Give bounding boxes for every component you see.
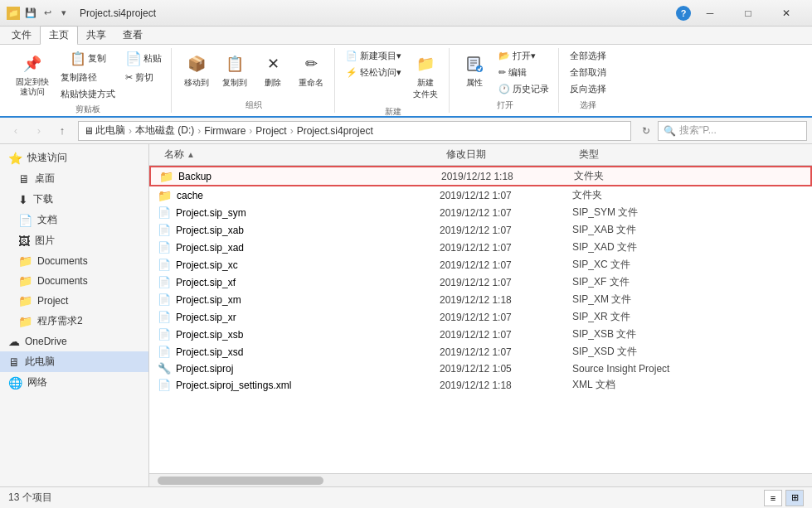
minimize-button[interactable]: ─ xyxy=(691,0,729,27)
file-type: 文件夹 xyxy=(574,169,802,183)
breadcrumb-disk[interactable]: 本地磁盘 (D:) xyxy=(135,123,194,138)
history-button[interactable]: 🕐 历史记录 xyxy=(494,81,553,97)
select-none-button[interactable]: 全部取消 xyxy=(566,65,610,80)
file-row[interactable]: 📄 Project.sip_xsb 2019/12/12 1:07 SIP_XS… xyxy=(149,326,812,343)
new-item-button[interactable]: 📄 新建项目▾ xyxy=(342,48,406,64)
copy-to-button[interactable]: 📋 复制到 xyxy=(216,48,253,93)
main-area: ⭐ 快速访问 🖥 桌面 ⬇ 下载 📄 文档 🖼 图片 📁 Documents 📁… xyxy=(0,144,812,486)
copy-path-button[interactable]: 复制路径 xyxy=(56,70,119,85)
menu-home[interactable]: 主页 xyxy=(40,26,78,45)
file-row[interactable]: 📄 Project.sip_xm 2019/12/12 1:18 SIP_XM … xyxy=(149,291,812,308)
folder-icon-docs2: 📁 xyxy=(18,274,32,288)
quick-save-btn[interactable]: 💾 xyxy=(23,6,38,21)
file-name: 📄 Project.sip_xm xyxy=(158,293,440,306)
file-name: 📁 Backup xyxy=(159,170,441,183)
file-row[interactable]: 📄 Project.sip_sym 2019/12/12 1:07 SIP_SY… xyxy=(149,204,812,221)
file-row[interactable]: 📄 Project.sip_xc 2019/12/12 1:07 SIP_XC … xyxy=(149,256,812,273)
refresh-button[interactable]: ↻ xyxy=(636,121,656,141)
cut-button[interactable]: ✂ 剪切 xyxy=(121,70,166,85)
sidebar-item-pictures[interactable]: 🖼 图片 xyxy=(0,230,148,251)
sidebar-item-thispc[interactable]: 🖥 此电脑 xyxy=(0,351,148,372)
copy-paste-col: 📋 复制 复制路径 粘贴快捷方式 xyxy=(56,48,119,102)
paste-col: 复制路径 粘贴快捷方式 xyxy=(56,70,119,102)
forward-button[interactable]: › xyxy=(28,121,50,141)
address-bar[interactable]: 🖥 此电脑 › 本地磁盘 (D:) › Firmware › Project ›… xyxy=(78,121,631,141)
menu-view[interactable]: 查看 xyxy=(114,27,151,44)
breadcrumb-project[interactable]: Project xyxy=(255,125,286,137)
file-name: 📁 cache xyxy=(158,189,440,202)
pin-to-quickaccess-button[interactable]: 📌 固定到快速访问 xyxy=(10,48,55,101)
folder-icon: 📁 xyxy=(159,170,173,183)
copy-button[interactable]: 📋 复制 xyxy=(56,48,119,69)
copyto-icon: 📋 xyxy=(223,52,246,75)
delete-button[interactable]: ✕ 删除 xyxy=(255,48,291,93)
quick-access-label: 快速访问 xyxy=(27,151,67,165)
select-all-button[interactable]: 全部选择 xyxy=(566,48,610,64)
open-label: 打开 xyxy=(456,98,553,113)
folder-icon-xuqiu: 📁 xyxy=(18,315,32,328)
maximize-button[interactable]: □ xyxy=(729,0,767,27)
sidebar-item-onedrive[interactable]: ☁ OneDrive xyxy=(0,331,148,351)
file-icon: 📄 xyxy=(158,259,171,271)
up-button[interactable]: ↑ xyxy=(51,121,73,141)
scrollbar-thumb[interactable] xyxy=(158,477,323,485)
sidebar-item-project[interactable]: 📁 Project xyxy=(0,291,148,311)
file-row[interactable]: 📄 Project.sip_xsd 2019/12/12 1:07 SIP_XS… xyxy=(149,343,812,360)
select-group: 全部选择 全部取消 反向选择 选择 xyxy=(561,48,615,113)
breadcrumb-firmware[interactable]: Firmware xyxy=(204,125,246,137)
file-row[interactable]: 📄 Project.sip_xr 2019/12/12 1:07 SIP_XR … xyxy=(149,308,812,326)
horizontal-scrollbar[interactable] xyxy=(149,473,812,486)
file-icon: 📄 xyxy=(158,293,171,306)
file-name: 📄 Project.sip_xsd xyxy=(158,346,440,358)
file-name: 📄 Project.sip_xc xyxy=(158,259,440,271)
file-row[interactable]: 📄 Project.sip_xab 2019/12/12 1:07 SIP_XA… xyxy=(149,221,812,239)
paste-button[interactable]: 📄 粘贴 xyxy=(121,48,166,69)
sidebar-item-documents[interactable]: 📄 文档 xyxy=(0,210,148,230)
back-button[interactable]: ‹ xyxy=(5,121,27,141)
file-date: 2019/12/12 1:07 xyxy=(440,207,572,219)
open-button[interactable]: 📂 打开▾ xyxy=(494,48,553,64)
column-name-header[interactable]: 名称 ▲ xyxy=(158,144,440,165)
breadcrumb-current[interactable]: Project.si4project xyxy=(297,125,373,137)
help-icon[interactable]: ? xyxy=(676,6,691,21)
move-to-button[interactable]: 📦 移动到 xyxy=(178,48,215,93)
column-type-header[interactable]: 类型 xyxy=(572,144,804,165)
sidebar-item-downloads[interactable]: ⬇ 下载 xyxy=(0,189,148,210)
sidebar-item-xuqiu[interactable]: 📁 程序需求2 xyxy=(0,311,148,331)
file-row[interactable]: 📄 Project.siproj_settings.xml 2019/12/12… xyxy=(149,376,812,394)
file-row[interactable]: 📁 cache 2019/12/12 1:07 文件夹 xyxy=(149,186,812,204)
thispc-label: 此电脑 xyxy=(25,355,55,369)
menu-share[interactable]: 共享 xyxy=(78,27,114,44)
list-view-button[interactable]: ≡ xyxy=(764,490,782,506)
sidebar-item-network[interactable]: 🌐 网络 xyxy=(0,372,148,393)
documents-icon: 📄 xyxy=(18,214,32,227)
file-type: SIP_XAD 文件 xyxy=(572,240,804,254)
easy-access-button[interactable]: ⚡ 轻松访问▾ xyxy=(342,65,406,80)
file-name: 📄 Project.sip_xr xyxy=(158,311,440,323)
new-folder-button[interactable]: 📁 新建文件夹 xyxy=(407,48,444,104)
file-row[interactable]: 📄 Project.sip_xad 2019/12/12 1:07 SIP_XA… xyxy=(149,239,812,256)
sidebar: ⭐ 快速访问 🖥 桌面 ⬇ 下载 📄 文档 🖼 图片 📁 Documents 📁… xyxy=(0,144,149,486)
sidebar-item-desktop[interactable]: 🖥 桌面 xyxy=(0,168,148,189)
quick-undo-btn[interactable]: ↩ xyxy=(40,6,55,21)
column-date-header[interactable]: 修改日期 xyxy=(440,144,572,165)
search-bar[interactable]: 🔍 搜索"P... xyxy=(658,121,807,141)
sidebar-item-docs2[interactable]: 📁 Documents xyxy=(0,271,148,291)
sidebar-item-docs1[interactable]: 📁 Documents xyxy=(0,251,148,271)
quick-dropdown-btn[interactable]: ▾ xyxy=(56,6,71,21)
rename-button[interactable]: ✏ 重命名 xyxy=(293,48,329,93)
close-button[interactable]: ✕ xyxy=(767,0,805,27)
paste-shortcut-button[interactable]: 粘贴快捷方式 xyxy=(56,86,119,102)
breadcrumb-thispc[interactable]: 🖥 此电脑 xyxy=(84,123,125,138)
sidebar-item-quick-access[interactable]: ⭐ 快速访问 xyxy=(0,148,148,168)
clipboard-content: 📌 固定到快速访问 📋 复制 复制路径 粘贴快捷方式 📄 粘贴 ✂ 剪切 xyxy=(10,48,166,102)
properties-button[interactable]: 属性 xyxy=(456,48,493,93)
file-row[interactable]: 📁 Backup 2019/12/12 1:18 文件夹 xyxy=(149,166,812,186)
menu-file[interactable]: 文件 xyxy=(3,27,40,44)
detail-view-button[interactable]: ⊞ xyxy=(785,490,804,506)
file-row[interactable]: 📄 Project.sip_xf 2019/12/12 1:07 SIP_XF … xyxy=(149,273,812,291)
file-row[interactable]: 🔧 Project.siproj 2019/12/12 1:05 Source … xyxy=(149,360,812,376)
invert-select-button[interactable]: 反向选择 xyxy=(566,81,610,97)
delete-icon: ✕ xyxy=(261,52,284,75)
edit-button[interactable]: ✏ 编辑 xyxy=(494,65,553,80)
